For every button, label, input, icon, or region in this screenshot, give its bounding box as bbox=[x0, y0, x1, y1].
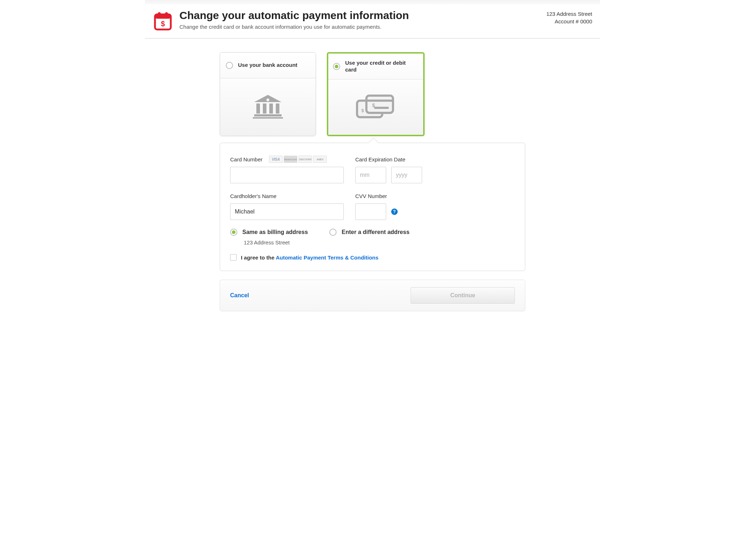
radio-bank-account[interactable] bbox=[226, 62, 233, 69]
svg-rect-7 bbox=[256, 104, 260, 114]
radio-same-address[interactable]: Same as billing address bbox=[230, 229, 308, 236]
card-number-label: Card Number bbox=[230, 156, 262, 162]
option-card-label: Use your credit or debit card bbox=[345, 60, 419, 73]
svg-rect-9 bbox=[269, 104, 273, 114]
svg-text:$: $ bbox=[361, 108, 364, 113]
option-credit-card[interactable]: Use your credit or debit card $ bbox=[327, 52, 425, 136]
account-info: 123 Address Street Account # 0000 bbox=[546, 9, 592, 25]
svg-point-6 bbox=[266, 98, 269, 101]
cardholder-name-input[interactable] bbox=[230, 203, 344, 220]
svg-rect-8 bbox=[263, 104, 266, 114]
amex-logo-icon: AMEX bbox=[313, 156, 327, 163]
card-expiration-label: Card Expiration Date bbox=[355, 156, 405, 162]
page-header: $ Change your automatic payment informat… bbox=[145, 4, 600, 38]
svg-rect-12 bbox=[253, 117, 283, 119]
cvv-label: CVV Number bbox=[355, 193, 387, 199]
billing-address-text: 123 Address Street bbox=[244, 239, 308, 245]
cvv-input[interactable] bbox=[355, 203, 386, 220]
terms-prefix-text: I agree to the bbox=[241, 254, 276, 261]
credit-cards-icon: $ $ bbox=[354, 92, 397, 122]
page-title: Change your automatic payment informatio… bbox=[179, 9, 546, 22]
exp-year-input[interactable] bbox=[391, 167, 422, 183]
action-bar: Cancel Continue bbox=[220, 280, 525, 311]
radio-different-address[interactable]: Enter a different address bbox=[329, 229, 410, 236]
card-number-input[interactable] bbox=[230, 167, 344, 183]
svg-rect-14 bbox=[366, 96, 393, 113]
svg-rect-11 bbox=[254, 114, 282, 116]
svg-text:$: $ bbox=[372, 102, 375, 108]
cardholder-name-label: Cardholder's Name bbox=[230, 193, 276, 199]
radio-different-address-dot[interactable] bbox=[329, 229, 337, 236]
terms-link[interactable]: Automatic Payment Terms & Conditions bbox=[276, 254, 379, 261]
svg-rect-10 bbox=[276, 104, 279, 114]
calendar-dollar-icon: $ bbox=[153, 11, 173, 31]
bank-icon bbox=[251, 93, 284, 121]
svg-rect-1 bbox=[155, 14, 171, 19]
card-form-panel: Card Number VISA MasterCard DISCOVER AME… bbox=[220, 143, 525, 271]
visa-logo-icon: VISA bbox=[269, 156, 283, 163]
different-address-label: Enter a different address bbox=[342, 229, 410, 235]
option-bank-account[interactable]: Use your bank account bbox=[220, 52, 316, 136]
radio-credit-card[interactable] bbox=[333, 63, 340, 70]
cvv-help-icon[interactable]: ? bbox=[391, 208, 398, 215]
terms-checkbox[interactable] bbox=[230, 254, 237, 261]
continue-button[interactable]: Continue bbox=[411, 287, 515, 304]
svg-text:$: $ bbox=[161, 20, 165, 28]
exp-month-input[interactable] bbox=[355, 167, 386, 183]
top-gradient-bar bbox=[145, 0, 600, 4]
option-bank-label: Use your bank account bbox=[238, 62, 297, 69]
account-address: 123 Address Street bbox=[546, 10, 592, 18]
discover-logo-icon: DISCOVER bbox=[298, 156, 312, 163]
accepted-card-logos: VISA MasterCard DISCOVER AMEX bbox=[269, 156, 327, 163]
svg-point-2 bbox=[158, 12, 161, 15]
account-number: Account # 0000 bbox=[546, 18, 592, 25]
cancel-button[interactable]: Cancel bbox=[230, 292, 249, 299]
radio-same-address-dot[interactable] bbox=[230, 229, 237, 236]
svg-point-3 bbox=[165, 12, 168, 15]
mastercard-logo-icon: MasterCard bbox=[284, 156, 297, 163]
payment-method-options: Use your bank account bbox=[220, 52, 525, 136]
page-subtitle: Change the credit card or bank account i… bbox=[179, 24, 546, 30]
same-address-label: Same as billing address bbox=[242, 229, 308, 235]
